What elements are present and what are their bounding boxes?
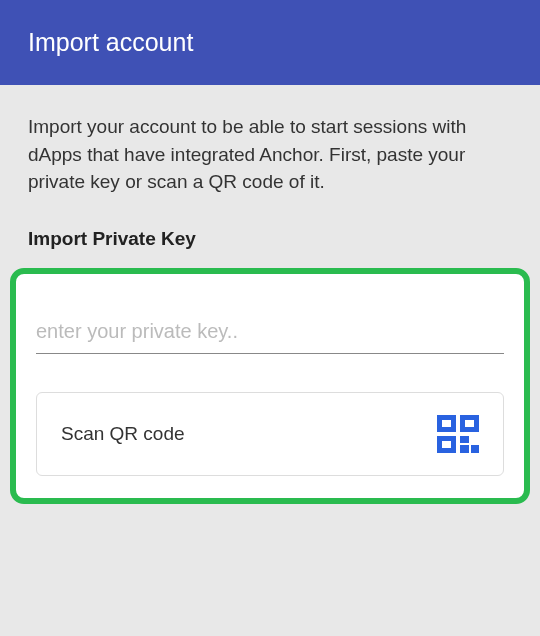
private-key-input[interactable]	[36, 296, 504, 354]
content: Import your account to be able to start …	[0, 85, 540, 532]
page-title: Import account	[28, 28, 512, 57]
qr-code-icon	[437, 415, 479, 453]
scan-qr-button[interactable]: Scan QR code	[36, 392, 504, 476]
header: Import account	[0, 0, 540, 85]
description-text: Import your account to be able to start …	[28, 113, 512, 196]
input-card: Scan QR code	[10, 268, 530, 504]
section-title: Import Private Key	[28, 228, 512, 250]
scan-button-label: Scan QR code	[61, 423, 185, 445]
